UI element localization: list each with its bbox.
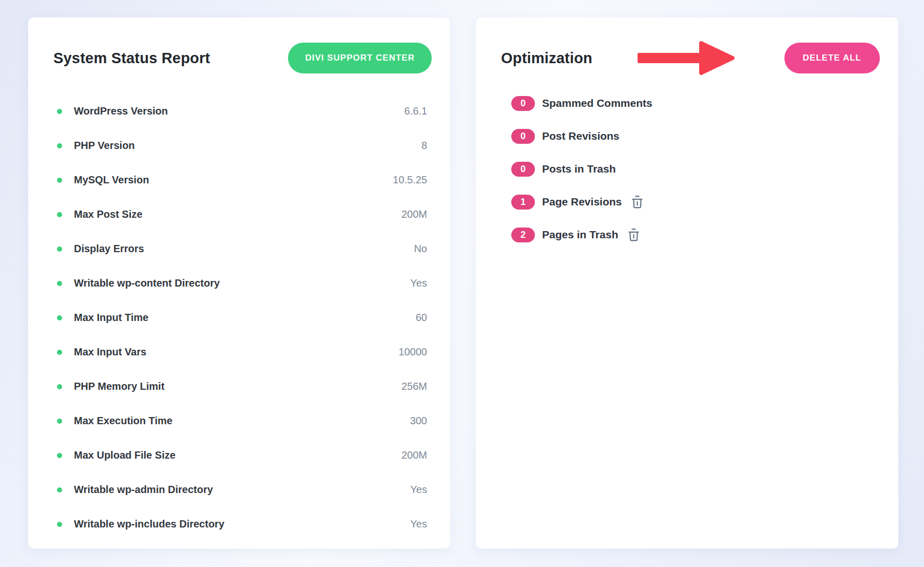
status-dot-icon — [57, 384, 62, 389]
optimization-row: 0 Spammed Comments — [476, 87, 898, 120]
status-row: Max Upload File Size 200M — [28, 438, 450, 472]
status-value: Yes — [410, 277, 427, 289]
status-value: 256M — [401, 381, 427, 392]
status-value: 300 — [410, 415, 427, 427]
status-label: Max Upload File Size — [74, 449, 176, 461]
status-row: WordPress Version 6.6.1 — [28, 94, 450, 128]
status-dot-icon — [57, 212, 62, 217]
status-value: Yes — [410, 518, 427, 530]
status-label: Writable wp-admin Directory — [74, 484, 213, 496]
status-row: Display Errors No — [28, 232, 450, 266]
system-status-list: WordPress Version 6.6.1 PHP Version 8 My… — [28, 94, 450, 541]
status-value: 200M — [401, 209, 427, 220]
status-label: Writable wp-includes Directory — [74, 518, 224, 530]
system-status-header: System Status Report DIVI SUPPORT CENTER — [28, 17, 450, 73]
optimization-title: Optimization — [501, 50, 592, 67]
status-label: MySQL Version — [74, 174, 149, 186]
status-value: 10.5.25 — [393, 174, 427, 186]
status-dot-icon — [57, 178, 62, 183]
optimization-label: Posts in Trash — [542, 163, 616, 175]
status-value: 60 — [416, 312, 427, 324]
optimization-label: Page Revisions — [542, 196, 622, 208]
page: { "theme": { "background": "#ebeffa", "c… — [0, 0, 924, 567]
count-badge: 0 — [511, 129, 535, 144]
status-row: Writable wp-includes Directory Yes — [28, 507, 450, 541]
red-arrow-icon — [638, 40, 736, 76]
status-dot-icon — [57, 315, 62, 320]
status-row: Writable wp-content Directory Yes — [28, 266, 450, 300]
status-dot-icon — [57, 350, 62, 355]
system-status-card: System Status Report DIVI SUPPORT CENTER… — [28, 17, 450, 549]
status-label: Max Input Time — [74, 312, 148, 324]
status-value: 6.6.1 — [405, 105, 427, 117]
count-badge: 0 — [511, 96, 535, 111]
status-label: Writable wp-content Directory — [74, 277, 220, 289]
status-row: Max Input Vars 10000 — [28, 335, 450, 369]
system-status-title: System Status Report — [53, 50, 210, 67]
status-row: PHP Version 8 — [28, 128, 450, 163]
optimization-row: 2 Pages in Trash — [476, 218, 898, 251]
optimization-row: 0 Posts in Trash — [476, 153, 898, 185]
status-value: 10000 — [398, 346, 427, 358]
trash-icon[interactable] — [631, 195, 643, 209]
optimization-list: 0 Spammed Comments 0 Post Revisions 0 Po… — [476, 87, 898, 251]
status-dot-icon — [57, 419, 62, 424]
status-row: Writable wp-admin Directory Yes — [28, 472, 450, 507]
status-label: Max Post Size — [74, 209, 142, 220]
optimization-card: Optimization DELETE ALL 0 Spammed Commen… — [476, 17, 898, 549]
status-row: Max Post Size 200M — [28, 197, 450, 232]
optimization-label: Spammed Comments — [542, 97, 652, 109]
status-dot-icon — [57, 247, 62, 252]
divi-support-center-button[interactable]: DIVI SUPPORT CENTER — [288, 43, 432, 73]
optimization-header: Optimization DELETE ALL — [476, 17, 898, 73]
status-label: PHP Memory Limit — [74, 381, 164, 392]
status-label: WordPress Version — [74, 105, 168, 117]
status-dot-icon — [57, 281, 62, 286]
status-value: No — [414, 243, 427, 255]
count-badge: 0 — [511, 162, 535, 177]
status-dot-icon — [57, 522, 62, 527]
status-dot-icon — [57, 453, 62, 458]
status-value: Yes — [410, 484, 427, 496]
status-dot-icon — [57, 143, 62, 148]
optimization-label: Pages in Trash — [542, 229, 618, 241]
status-dot-icon — [57, 109, 62, 114]
optimization-row: 0 Post Revisions — [476, 120, 898, 153]
optimization-label: Post Revisions — [542, 130, 620, 142]
delete-all-button[interactable]: DELETE ALL — [784, 43, 880, 73]
status-row: PHP Memory Limit 256M — [28, 369, 450, 404]
status-row: MySQL Version 10.5.25 — [28, 163, 450, 197]
count-badge: 2 — [511, 228, 535, 242]
status-row: Max Execution Time 300 — [28, 404, 450, 438]
status-label: Display Errors — [74, 243, 144, 255]
status-dot-icon — [57, 487, 62, 493]
status-label: Max Execution Time — [74, 415, 172, 427]
status-value: 8 — [421, 140, 427, 152]
count-badge: 1 — [511, 195, 535, 210]
optimization-row: 1 Page Revisions — [476, 185, 898, 218]
status-label: Max Input Vars — [74, 346, 146, 358]
status-label: PHP Version — [74, 140, 135, 152]
trash-icon[interactable] — [628, 228, 640, 242]
status-row: Max Input Time 60 — [28, 300, 450, 335]
status-value: 200M — [401, 449, 427, 461]
